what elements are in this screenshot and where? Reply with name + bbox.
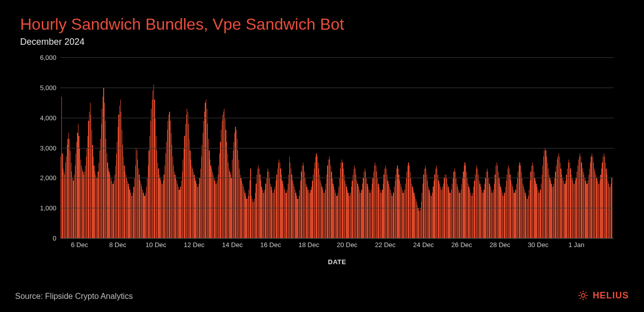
grid-line: [60, 178, 614, 178]
brand-text: HELIUS: [593, 290, 629, 301]
y-tick-label: 0: [53, 235, 56, 242]
grid-line: [60, 118, 614, 118]
grid-line: [60, 208, 614, 208]
plot-area: 01,0002,0003,0004,0005,0006,000: [60, 57, 614, 239]
x-tick-label: 6 Dec: [71, 241, 88, 249]
grid-line: [60, 57, 614, 58]
x-axis-label: DATE: [60, 258, 614, 266]
x-tick-label: 16 Dec: [260, 241, 281, 249]
y-tick-label: 2,000: [40, 174, 56, 182]
grid-line: [60, 88, 614, 88]
x-tick-label: 18 Dec: [298, 241, 319, 249]
brand-logo: HELIUS: [578, 290, 629, 301]
y-tick-label: 5,000: [40, 84, 56, 91]
y-tick-label: 4,000: [40, 114, 56, 121]
helius-icon: [578, 290, 589, 301]
x-tick-label: 30 Dec: [528, 241, 548, 249]
x-tick-label: 10 Dec: [145, 241, 166, 249]
x-tick-label: 14 Dec: [222, 241, 243, 249]
source-attribution: Source: Flipside Crypto Analytics: [15, 292, 133, 301]
x-tick-label: 24 Dec: [413, 241, 434, 249]
chart-area: 01,0002,0003,0004,0005,0006,000 6 Dec8 D…: [35, 57, 614, 269]
y-tick-label: 1,000: [40, 204, 56, 212]
x-tick-label: 1 Jan: [569, 241, 585, 249]
x-tick-label: 22 Dec: [375, 241, 395, 249]
x-tick-label: 28 Dec: [490, 241, 510, 249]
x-axis-ticks: 6 Dec8 Dec10 Dec12 Dec14 Dec16 Dec18 Dec…: [60, 241, 614, 251]
svg-point-0: [581, 293, 585, 297]
chart-subtitle: December 2024: [20, 37, 624, 47]
y-tick-label: 3,000: [40, 144, 56, 151]
y-tick-label: 6,000: [40, 54, 56, 61]
grid-line: [60, 148, 614, 148]
x-tick-label: 8 Dec: [109, 241, 126, 249]
x-tick-label: 12 Dec: [184, 241, 204, 249]
chart-title: Hourly Sandwich Bundles, Vpe Sandwich Bo…: [20, 15, 624, 34]
x-tick-label: 26 Dec: [451, 241, 472, 249]
x-tick-label: 20 Dec: [337, 241, 357, 249]
grid-line: [60, 238, 614, 239]
